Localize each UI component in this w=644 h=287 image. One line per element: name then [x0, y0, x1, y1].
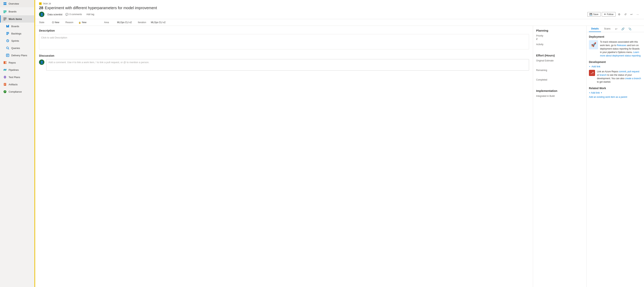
plus-icon: +: [589, 65, 590, 68]
planning-section: Planning Priority 2 Activity: [536, 29, 583, 50]
activity-field: Activity: [536, 43, 583, 50]
overview-icon: [3, 2, 7, 5]
settings-button[interactable]: ⚙: [617, 12, 622, 17]
more-options-button[interactable]: ···: [635, 12, 640, 17]
commit-link[interactable]: commit: [619, 70, 626, 73]
svg-rect-8: [4, 19, 6, 19]
description-input[interactable]: Click to add Description: [39, 34, 529, 49]
svg-rect-4: [4, 10, 6, 11]
svg-rect-9: [4, 20, 5, 20]
svg-rect-6: [4, 12, 5, 13]
remaining-value[interactable]: [536, 72, 583, 76]
add-existing-parent-link[interactable]: Add an existing work item as a parent: [589, 96, 642, 98]
work-item-number: 28: [39, 6, 43, 10]
pull-request-link[interactable]: pull request: [627, 70, 639, 73]
reason-label: Reason: [66, 21, 77, 24]
title-row: 28 Experiment with different hyperparame…: [39, 6, 640, 10]
tab-details[interactable]: Details: [589, 26, 601, 32]
area-value[interactable]: MLOps CLI v2: [117, 21, 132, 24]
main-content: ✓ TASK 28 28 Experiment with different h…: [34, 0, 644, 287]
svg-rect-7: [4, 18, 6, 18]
releases-link[interactable]: Releases: [617, 44, 626, 47]
development-body: ⎇ Link an Azure Repos commit, pull reque…: [589, 70, 642, 84]
svg-rect-11: [7, 26, 8, 27]
test-plans-icon: [3, 76, 7, 79]
artifacts-icon: [3, 83, 7, 86]
attachment-icon[interactable]: 📎: [627, 26, 633, 32]
commenter-avatar: 👤: [39, 60, 44, 65]
sidebar-item-sprints[interactable]: Sprints: [0, 37, 34, 44]
development-add-link-button[interactable]: + Add link: [589, 65, 642, 68]
sidebar-pipelines-label: Pipelines: [8, 68, 19, 71]
implementation-title: Implementation: [536, 89, 583, 92]
sidebar-item-overview[interactable]: Overview: [0, 0, 34, 7]
assignee-name[interactable]: Data scientist: [48, 13, 62, 16]
sidebar-item-repos[interactable]: Repos: [0, 59, 34, 66]
work-item-wrapper: ✓ TASK 28 28 Experiment with different h…: [35, 0, 644, 287]
sidebar-item-pipelines[interactable]: Pipelines: [0, 66, 34, 74]
sidebar-item-boards-group[interactable]: Boards: [0, 7, 34, 15]
sidebar-item-work-items[interactable]: Work items: [0, 15, 34, 22]
task-label-text: TASK 28: [43, 2, 51, 5]
integrated-in-build-value[interactable]: [536, 98, 583, 102]
tab-scans[interactable]: Scans: [602, 26, 613, 32]
compliance-icon: [3, 90, 7, 93]
svg-line-18: [8, 48, 9, 49]
effort-title: Effort (Hours): [536, 54, 583, 57]
state-area-row: State New Reason 🔒 New Area MLOps CLI v2: [35, 19, 644, 26]
svg-rect-23: [4, 61, 5, 64]
deployment-illustration: 🚀: [589, 40, 598, 49]
sidebar-item-compliance[interactable]: Compliance: [0, 88, 34, 95]
assignee-avatar[interactable]: 👤: [39, 12, 44, 17]
svg-rect-24: [6, 61, 6, 62]
comment-icon: 💬: [66, 13, 68, 16]
learn-more-link[interactable]: Learn more about deployment status repor…: [600, 51, 640, 57]
reason-group: Reason 🔒 New: [66, 21, 86, 24]
history-icon[interactable]: ↩: [614, 26, 619, 32]
work-item-header: ✓ TASK 28 28 Experiment with different h…: [35, 0, 644, 19]
original-estimate-value[interactable]: [536, 62, 583, 66]
priority-value[interactable]: 2: [536, 38, 583, 40]
comment-input[interactable]: Add a comment. Use # to link a work item…: [46, 59, 529, 70]
refresh-button[interactable]: ↺: [623, 12, 628, 17]
follow-label: Follow: [607, 13, 614, 16]
add-tag-button[interactable]: Add tag: [85, 12, 96, 16]
iteration-value[interactable]: MLOps CLI v2: [151, 21, 166, 24]
completed-value[interactable]: [536, 82, 583, 85]
reason-value[interactable]: 🔒 New: [78, 21, 86, 24]
area-group: Area MLOps CLI v2: [104, 21, 132, 24]
integrated-in-build-field: Integrated in Build: [536, 95, 583, 102]
sidebar-item-queries[interactable]: Queries: [0, 44, 34, 52]
svg-rect-0: [4, 2, 5, 4]
svg-rect-1: [5, 2, 6, 4]
sidebar-item-artifacts[interactable]: Artifacts: [0, 81, 34, 88]
link-icon[interactable]: 🔗: [620, 26, 626, 32]
svg-point-17: [6, 47, 8, 49]
svg-rect-13: [6, 32, 9, 33]
state-label: State: [39, 21, 50, 24]
state-value[interactable]: New: [52, 21, 59, 24]
save-button[interactable]: 💾 Save: [588, 12, 600, 17]
delivery-plans-icon: [6, 54, 9, 57]
sidebar-compliance-label: Compliance: [8, 90, 22, 93]
sidebar-item-delivery-plans[interactable]: Delivery Plans: [0, 52, 34, 59]
work-item-title[interactable]: Experiment with different hyperparameter…: [45, 6, 157, 10]
description-discussion-panel: Description Click to add Description Dis…: [35, 26, 533, 287]
iteration-group: Iteration MLOps CLI v2: [138, 21, 166, 24]
related-work-add-link-button[interactable]: + Add link ▾: [589, 91, 642, 94]
discussion-section: Discussion 👤 Add a comment. Use # to lin…: [39, 54, 529, 70]
undo-button[interactable]: ↩: [629, 12, 634, 17]
sidebar-item-label: Overview: [8, 2, 19, 5]
activity-value[interactable]: [536, 46, 583, 50]
svg-rect-14: [6, 33, 9, 34]
branch-link[interactable]: branch: [600, 74, 607, 76]
sidebar-sprints-label: Sprints: [11, 40, 19, 42]
svg-point-27: [4, 76, 6, 78]
sidebar-item-backlogs[interactable]: Backlogs: [0, 30, 34, 37]
follow-button[interactable]: 👁 Follow: [602, 12, 616, 17]
create-branch-link[interactable]: create a branch: [625, 77, 641, 80]
sidebar-item-boards-sub[interactable]: Boards: [0, 22, 34, 30]
add-link-label: Add link: [592, 65, 600, 68]
comments-count[interactable]: 💬 0 comments: [66, 13, 82, 16]
sidebar-item-test-plans[interactable]: Test Plans: [0, 74, 34, 81]
